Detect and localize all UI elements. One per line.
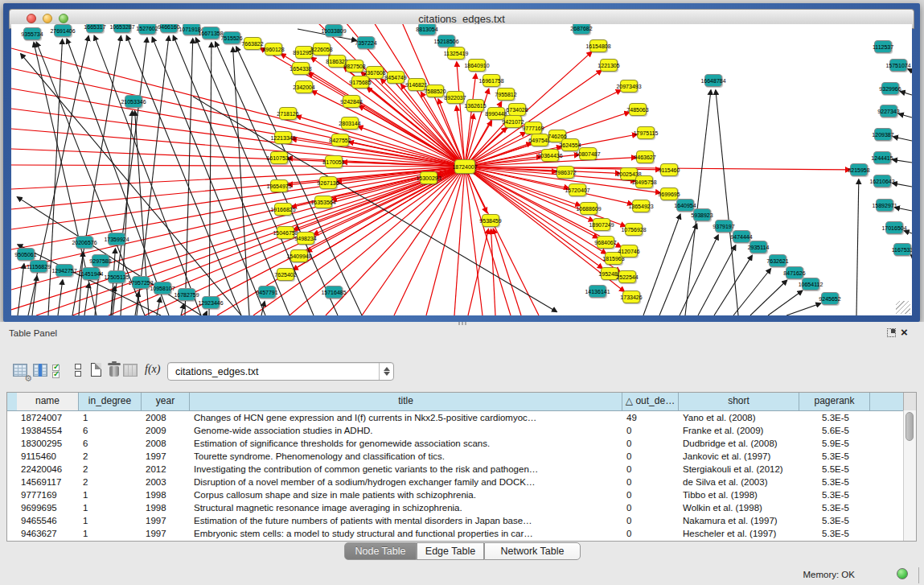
graph-edge-black[interactable] [893, 137, 912, 141]
graph-node[interactable]: 20206576 [76, 236, 93, 249]
unselect-rows-icon[interactable] [70, 361, 88, 381]
graph-edge-red[interactable] [468, 229, 488, 315]
column-header-in_degree[interactable]: in_degree [79, 393, 142, 410]
graph-node[interactable]: 9245652 [821, 292, 839, 305]
graph-edge-black[interactable] [901, 92, 912, 95]
graph-node[interactable]: 2718126 [279, 107, 297, 120]
graph-edge-red[interactable] [465, 167, 511, 315]
graph-edge-black[interactable] [185, 39, 193, 315]
column-header-title[interactable]: title [190, 393, 622, 410]
graph-node[interactable]: 7588520 [426, 84, 444, 97]
graph-node[interactable]: 10653287 [113, 24, 131, 33]
graph-node[interactable]: 16210643 [873, 175, 891, 187]
graph-node[interactable]: 1209387 [874, 128, 892, 141]
graph-node[interactable]: 15716485 [325, 286, 343, 299]
tab-node-table[interactable]: Node Table [344, 542, 417, 560]
table-row[interactable]: 1872400712008Changes of HCN gene express… [7, 411, 904, 424]
graph-node[interactable]: 9498234 [297, 232, 314, 245]
table-row[interactable]: 2242004622012Investigating the contribut… [7, 463, 904, 476]
tab-network-table[interactable]: Network Table [484, 542, 581, 560]
table-row[interactable]: 1938455462009Genome-wide association stu… [7, 424, 904, 437]
table-row[interactable]: 1456911722003Disruption of a novel membe… [7, 476, 904, 488]
graph-edge-red[interactable] [454, 167, 465, 315]
graph-node[interactable]: 3624554 [561, 138, 579, 151]
graph-edge-red[interactable] [491, 229, 495, 315]
table-settings-icon[interactable]: ⚙ [12, 361, 30, 381]
graph-node[interactable]: 2342004 [295, 80, 313, 93]
graph-node[interactable]: 9297588 [92, 254, 109, 267]
table-column-icon[interactable] [32, 361, 50, 381]
table-row[interactable]: 969969511998Structural magnetic resonanc… [7, 501, 904, 514]
column-header-name[interactable]: name [17, 393, 79, 410]
graph-node[interactable]: 11451944 [82, 267, 100, 280]
graph-node[interactable]: 27691406 [54, 24, 72, 37]
column-header-pagerank[interactable]: pagerank [799, 393, 870, 410]
graph-node[interactable]: 12923446 [202, 296, 220, 309]
function-builder-icon[interactable]: f(x) [145, 361, 162, 381]
graph-node[interactable]: 7663822 [244, 37, 261, 50]
graph-node[interactable]: 8226058 [313, 43, 331, 56]
graph-edge-black[interactable] [32, 276, 37, 315]
graph-node[interactable]: 15300293 [420, 171, 437, 184]
graph-edge-red[interactable] [11, 167, 465, 270]
column-header-year[interactable]: year [142, 393, 190, 410]
graph-node[interactable]: 13654923 [632, 200, 650, 212]
memory-ok-icon[interactable] [897, 568, 908, 579]
graph-node[interactable]: 9684067 [597, 236, 614, 249]
graph-node[interactable]: 11156829 [30, 260, 47, 273]
graph-node[interactable]: 9699695 [660, 187, 678, 200]
graph-node[interactable]: 19166825 [274, 203, 292, 216]
canvas-resize-grip[interactable] [896, 301, 910, 314]
graph-node[interactable]: 12505135 [108, 270, 125, 283]
graph-node[interactable]: 9474444 [733, 230, 750, 243]
graph-node[interactable]: 9827508 [346, 60, 363, 72]
graph-node[interactable]: 1221305 [600, 59, 618, 72]
graph-node[interactable]: 16671358 [202, 27, 220, 39]
graph-node[interactable]: 16107534 [270, 151, 288, 164]
column-header-out_de…[interactable]: △ out_de… [622, 393, 679, 410]
graph-edge-black[interactable] [21, 54, 241, 315]
graph-node[interactable]: 8960128 [265, 43, 282, 56]
graph-edge-black[interactable] [895, 208, 912, 211]
graph-node[interactable]: 16782759 [178, 288, 195, 301]
graph-node[interactable]: 9267130 [319, 176, 337, 189]
graph-node[interactable]: 4120746 [620, 245, 638, 257]
graph-node[interactable]: 20364436 [541, 149, 559, 162]
network-canvas[interactable]: 9355734276914061665317106532871527602946… [11, 24, 912, 315]
select-all-rows-icon[interactable] [51, 361, 68, 381]
graph-edge-black[interactable] [911, 255, 912, 256]
graph-node[interactable]: 12213348 [274, 131, 292, 144]
combobox-stepper-icon[interactable] [379, 363, 393, 380]
graph-node[interactable]: 7357224 [357, 36, 375, 49]
graph-node[interactable]: 15409948 [290, 249, 308, 262]
graph-node[interactable]: 8170051 [325, 155, 343, 168]
graph-node[interactable]: 16353564 [314, 196, 332, 208]
graph-node[interactable]: 9463627 [636, 150, 654, 163]
graph-node[interactable]: 7485063 [629, 103, 647, 116]
graph-node[interactable]: 9505061 [17, 248, 35, 261]
graph-node[interactable]: 15751074 [889, 59, 907, 72]
graph-edge-black[interactable] [893, 183, 912, 187]
graph-edge-black[interactable] [750, 280, 787, 315]
graph-node[interactable]: 17957253 [132, 276, 150, 289]
delete-rows-icon[interactable] [106, 361, 124, 381]
graph-node[interactable]: 2935114 [749, 241, 767, 253]
table-row[interactable]: 911546021997Tourette syndrome. Phenomeno… [7, 450, 904, 463]
graph-edge-black[interactable] [786, 303, 821, 315]
table-row[interactable]: 946362711997Embryonic stem cells: a mode… [7, 527, 904, 540]
graph-node[interactable]: 18724007 [454, 159, 475, 174]
graph-edge-red[interactable] [11, 167, 465, 189]
graph-edge-black[interactable] [698, 245, 736, 315]
graph-edge-black[interactable] [233, 47, 249, 315]
graph-edge-red[interactable] [11, 165, 465, 167]
graph-node[interactable]: 9379197 [715, 220, 733, 233]
graph-node[interactable]: 15218506 [437, 35, 455, 47]
graph-node[interactable]: 1244415 [873, 151, 891, 164]
graph-node[interactable]: 14136141 [589, 285, 606, 298]
graph-edge-red[interactable] [426, 167, 465, 315]
graph-node[interactable]: 7955812 [497, 88, 515, 101]
graph-node[interactable]: 10654112 [802, 278, 819, 290]
graph-node[interactable]: 1733426 [622, 290, 640, 303]
graph-edge-black[interactable] [680, 235, 718, 315]
graph-node[interactable]: 19654975 [270, 179, 288, 192]
